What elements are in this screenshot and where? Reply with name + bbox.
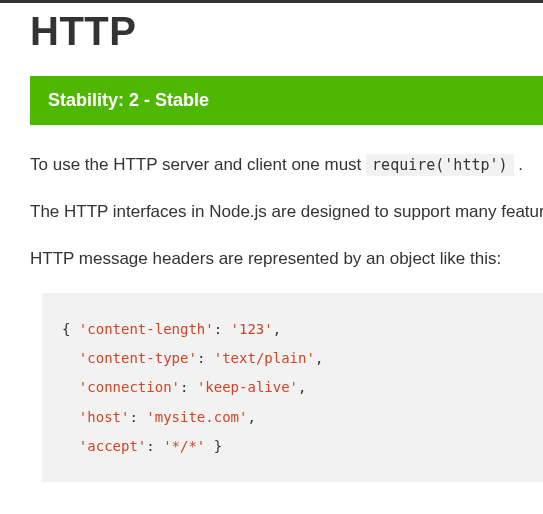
- doc-page: HTTP Stability: 2 - Stable To use the HT…: [0, 9, 543, 512]
- page-title: HTTP: [30, 9, 543, 54]
- intro-text-suffix: .: [514, 155, 523, 174]
- stability-banner: Stability: 2 - Stable: [30, 76, 543, 125]
- paragraph-headers-intro: HTTP message headers are represented by …: [30, 245, 543, 272]
- intro-text-prefix: To use the HTTP server and client one mu…: [30, 155, 366, 174]
- paragraph-interfaces: The HTTP interfaces in Node.js are desig…: [30, 198, 543, 225]
- top-border: [0, 0, 543, 3]
- intro-paragraph: To use the HTTP server and client one mu…: [30, 151, 543, 178]
- inline-code-require: require('http'): [366, 154, 513, 176]
- code-block-headers: { 'content-length': '123', 'content-type…: [42, 293, 543, 482]
